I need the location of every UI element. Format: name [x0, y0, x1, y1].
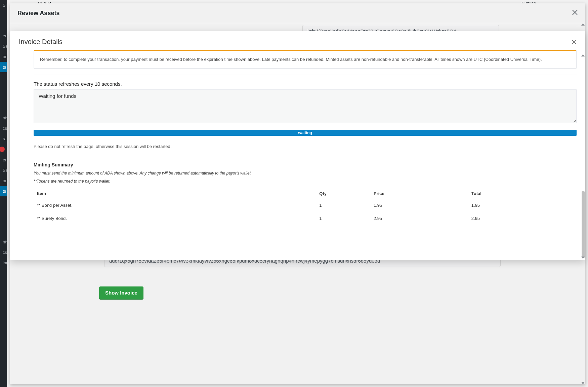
sidebar-item-active[interactable]: ts	[0, 186, 7, 196]
sidebar-item[interactable]: cs	[0, 247, 7, 258]
sidebar-item[interactable]: Sli	[0, 0, 7, 10]
table-row: ** Bond per Asset. 1 1.95 1.95	[34, 199, 577, 212]
show-invoice-button[interactable]: Show Invoice	[99, 286, 143, 299]
cell-item: ** Surety Bond.	[34, 212, 316, 225]
close-button[interactable]	[572, 38, 577, 46]
modal-header: Review Assets	[10, 3, 585, 23]
col-qty: Qty	[316, 188, 370, 199]
progress-bar: waiting	[34, 130, 577, 136]
sidebar-item[interactable]: ent	[0, 31, 7, 41]
cell-qty: 1	[316, 199, 370, 212]
summary-note: **Tokens are returned to the payor's wal…	[34, 179, 577, 184]
minting-summary-title: Minting Summary	[34, 162, 577, 167]
scrollbar-thumb[interactable]	[582, 191, 585, 258]
cell-total: 2.95	[468, 212, 577, 225]
invoice-modal-title: Invoice Details	[19, 38, 62, 46]
admin-sidebar: Sli ent Se oma ts nts cs ran ent Se om t…	[0, 0, 7, 387]
scroll-down-icon[interactable]	[581, 382, 585, 384]
sidebar-item[interactable]: ent	[0, 155, 7, 165]
col-item: Item	[34, 188, 316, 199]
divider	[34, 75, 577, 75]
sidebar-item-active[interactable]: ts	[0, 62, 7, 72]
status-refresh-note: The status refreshes every 10 seconds.	[34, 81, 577, 87]
no-refresh-warning: Please do not refresh the page, otherwis…	[34, 144, 577, 149]
close-button[interactable]	[572, 9, 578, 17]
scroll-up-icon[interactable]	[581, 23, 585, 26]
sidebar-item[interactable]: oma	[0, 51, 7, 62]
scroll-down-icon[interactable]	[581, 257, 585, 259]
col-price: Price	[370, 188, 468, 199]
sidebar-item[interactable]: nts	[0, 237, 7, 247]
status-textarea[interactable]: Waiting for funds	[34, 89, 577, 123]
invoice-modal-body: Remember, to complete your transaction, …	[10, 50, 585, 260]
invoice-modal-header: Invoice Details	[10, 31, 585, 50]
cell-qty: 1	[316, 212, 370, 225]
sidebar-item[interactable]: nts	[0, 113, 7, 123]
close-icon	[572, 9, 578, 15]
divider	[34, 155, 577, 155]
cell-item: ** Bond per Asset.	[34, 199, 316, 212]
close-icon	[572, 40, 577, 44]
sidebar-item[interactable]: ran	[0, 133, 7, 144]
summary-table: Item Qty Price Total ** Bond per Asset. …	[34, 188, 577, 225]
col-total: Total	[468, 188, 577, 199]
cell-price: 1.95	[370, 199, 468, 212]
invoice-details-modal: Invoice Details Remember, to complete yo…	[10, 31, 585, 260]
summary-note: You must send the minimum amount of ADA …	[34, 171, 577, 176]
sidebar-item[interactable]: ing	[0, 258, 7, 268]
scrollbar[interactable]	[582, 60, 585, 257]
sidebar-item[interactable]: cs	[0, 123, 7, 133]
sidebar-item[interactable]: Se	[0, 41, 7, 51]
warning-notice: Remember, to complete your transaction, …	[34, 50, 577, 69]
sidebar-item[interactable]: Se	[0, 165, 7, 176]
table-row: ** Surety Bond. 1 2.95 2.95	[34, 212, 577, 225]
cell-total: 1.95	[468, 199, 577, 212]
modal-title: Review Assets	[17, 10, 59, 17]
scroll-up-icon[interactable]	[581, 54, 585, 56]
cell-price: 2.95	[370, 212, 468, 225]
sidebar-item[interactable]: om	[0, 176, 7, 186]
notification-badge-icon	[0, 147, 5, 152]
table-header-row: Item Qty Price Total	[34, 188, 577, 199]
